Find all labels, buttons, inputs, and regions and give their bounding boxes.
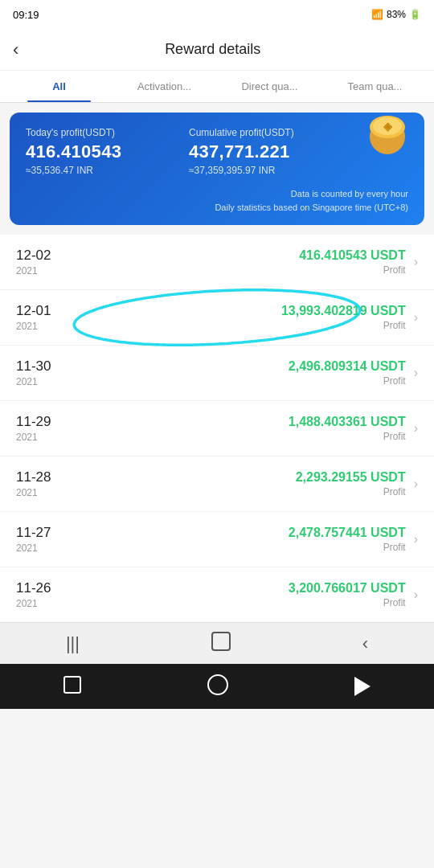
page-title: Reward details	[28, 41, 397, 58]
coin-icon: ◈	[362, 106, 413, 164]
tab-direct[interactable]: Direct qua...	[217, 71, 322, 102]
today-label: Today's profit(USDT)	[26, 127, 189, 138]
tab-activation[interactable]: Activation...	[112, 71, 217, 102]
transaction-date: 11-28 2021	[16, 469, 72, 498]
cumulative-inr: ≈37,359,395.97 INR	[189, 165, 352, 176]
list-item[interactable]: 11-26 2021 3,200.766017 USDT Profit ›	[0, 567, 434, 622]
status-time: 09:19	[13, 9, 39, 21]
chevron-right-icon: ›	[414, 310, 418, 325]
transaction-date: 11-30 2021	[16, 358, 72, 387]
status-right: 📶 83% 🔋	[371, 9, 421, 20]
cumulative-value: 437,771.221	[189, 141, 352, 162]
chevron-right-icon: ›	[414, 421, 418, 436]
wifi-icon: 📶	[371, 9, 383, 20]
profit-card: ◈ Today's profit(USDT) 416.410543 ≈35,53…	[10, 113, 424, 225]
chevron-right-icon: ›	[414, 588, 418, 602]
transaction-right: 416.410543 USDT Profit	[72, 248, 414, 276]
home-system-button[interactable]	[207, 674, 228, 698]
today-inr: ≈35,536.47 INR	[26, 165, 189, 176]
transaction-right: 2,478.757441 USDT Profit	[72, 526, 414, 553]
recent-system-button[interactable]	[63, 676, 81, 697]
transaction-right: 3,200.766017 USDT Profit	[72, 581, 414, 608]
cumulative-label: Cumulative profit(USDT)	[189, 127, 352, 138]
chevron-right-icon: ›	[414, 532, 418, 547]
list-item[interactable]: 12-02 2021 416.410543 USDT Profit ›	[0, 235, 434, 290]
transaction-date: 12-02 2021	[16, 248, 72, 276]
tabs-bar: All Activation... Direct qua... Team qua…	[0, 71, 434, 103]
transaction-right: 2,293.29155 USDT Profit	[72, 470, 414, 497]
chevron-right-icon: ›	[414, 255, 418, 269]
today-profit-col: Today's profit(USDT) 416.410543 ≈35,536.…	[26, 127, 189, 176]
svg-text:◈: ◈	[383, 120, 393, 133]
list-item[interactable]: 11-28 2021 2,293.29155 USDT Profit ›	[0, 457, 434, 512]
system-bar	[0, 664, 434, 709]
today-value: 416.410543	[26, 141, 189, 162]
home-button[interactable]	[211, 632, 231, 656]
battery-text: 83%	[387, 9, 406, 20]
tab-all[interactable]: All	[6, 71, 112, 102]
transaction-date: 11-27 2021	[16, 525, 72, 554]
transaction-right: 13,993.402819 USDT Profit	[72, 304, 414, 331]
list-item[interactable]: 11-27 2021 2,478.757441 USDT Profit ›	[0, 512, 434, 567]
transaction-date: 11-29 2021	[16, 414, 72, 443]
transaction-date: 11-26 2021	[16, 580, 72, 609]
status-bar: 09:19 📶 83% 🔋	[0, 0, 434, 29]
back-button[interactable]: ‹	[13, 39, 18, 60]
battery-icon: 🔋	[409, 9, 421, 20]
chevron-right-icon: ›	[414, 477, 418, 491]
list-item[interactable]: 12-01 2021 13,993.402819 USDT Profit ›	[0, 290, 434, 346]
recent-apps-button[interactable]: |||	[66, 633, 80, 654]
navigation-bar: ||| ‹	[0, 622, 434, 664]
back-nav-button[interactable]: ‹	[362, 633, 368, 654]
list-item[interactable]: 11-29 2021 1,488.403361 USDT Profit ›	[0, 401, 434, 457]
transaction-list: 12-02 2021 416.410543 USDT Profit › 12-0…	[0, 235, 434, 622]
chevron-right-icon: ›	[414, 366, 418, 380]
profit-note: Data is counted by every hour Daily stat…	[26, 187, 408, 214]
list-item[interactable]: 11-30 2021 2,496.809314 USDT Profit ›	[0, 346, 434, 401]
header: ‹ Reward details	[0, 29, 434, 71]
tab-team[interactable]: Team qua...	[322, 71, 428, 102]
profit-row: Today's profit(USDT) 416.410543 ≈35,536.…	[26, 127, 408, 176]
transaction-right: 2,496.809314 USDT Profit	[72, 359, 414, 387]
back-system-button[interactable]	[354, 677, 371, 696]
transaction-right: 1,488.403361 USDT Profit	[72, 415, 414, 442]
transaction-date: 12-01 2021	[16, 303, 72, 332]
